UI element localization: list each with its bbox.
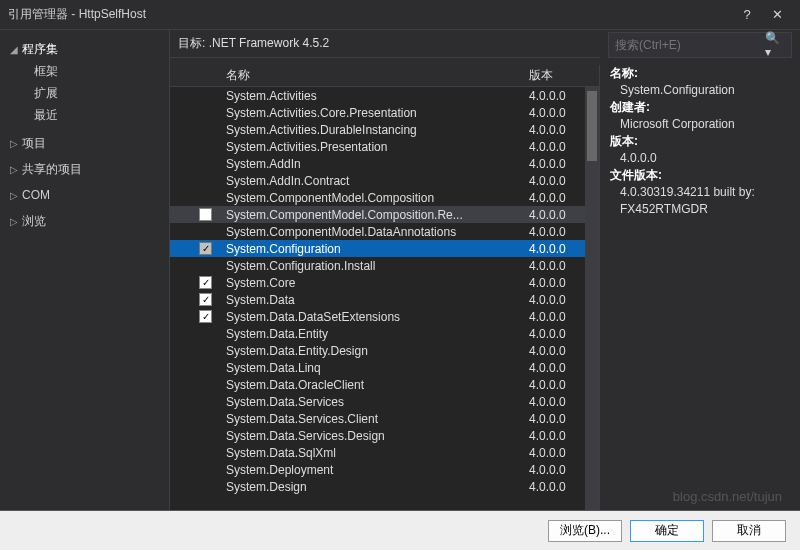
assembly-name: System.Deployment (220, 463, 529, 477)
table-row[interactable]: System.ComponentModel.DataAnnotations4.0… (170, 223, 585, 240)
detail-creator-label: 创建者: (610, 99, 790, 116)
sidebar-item-assemblies[interactable]: ◢ 程序集 (0, 38, 169, 60)
scrollbar-thumb[interactable] (587, 91, 597, 161)
assembly-name: System.Core (220, 276, 529, 290)
sidebar-item-projects[interactable]: ▷项目 (0, 132, 169, 154)
assembly-name: System.Activities.DurableInstancing (220, 123, 529, 137)
sidebar-item-extensions[interactable]: 扩展 (0, 82, 169, 104)
assembly-name: System.AddIn.Contract (220, 174, 529, 188)
table-header: 名称 版本 (170, 65, 599, 87)
browse-button[interactable]: 浏览(B)... (548, 520, 622, 542)
table-row[interactable]: System.Activities.DurableInstancing4.0.0… (170, 121, 585, 138)
table-row[interactable]: System.Design4.0.0.0 (170, 478, 585, 495)
assembly-version: 4.0.0.0 (529, 293, 585, 307)
assembly-version: 4.0.0.0 (529, 106, 585, 120)
assembly-name: System.Data.SqlXml (220, 446, 529, 460)
sidebar-item-com[interactable]: ▷COM (0, 184, 169, 206)
sidebar-item-recent[interactable]: 最近 (0, 104, 169, 126)
sidebar-item-browse[interactable]: ▷浏览 (0, 210, 169, 232)
cancel-button[interactable]: 取消 (712, 520, 786, 542)
sidebar-label: 程序集 (22, 41, 58, 58)
assembly-version: 4.0.0.0 (529, 310, 585, 324)
assembly-list[interactable]: System.Activities4.0.0.0System.Activitie… (170, 87, 599, 510)
search-icon[interactable]: 🔍▾ (765, 31, 785, 59)
target-framework-label: 目标: .NET Framework 4.5.2 (170, 30, 600, 58)
assembly-name: System.ComponentModel.DataAnnotations (220, 225, 529, 239)
table-row[interactable]: System.Data.Services.Design4.0.0.0 (170, 427, 585, 444)
table-row[interactable]: System.Data.SqlXml4.0.0.0 (170, 444, 585, 461)
checkbox-icon[interactable]: ✓ (199, 293, 212, 306)
detail-filever-value: 4.0.30319.34211 built by: (610, 184, 790, 201)
assembly-version: 4.0.0.0 (529, 89, 585, 103)
assembly-name: System.Activities.Core.Presentation (220, 106, 529, 120)
assembly-name: System.Data (220, 293, 529, 307)
assembly-name: System.AddIn (220, 157, 529, 171)
assembly-version: 4.0.0.0 (529, 480, 585, 494)
assembly-name: System.Configuration (220, 242, 529, 256)
table-row[interactable]: System.ComponentModel.Composition.Re...4… (170, 206, 585, 223)
table-row[interactable]: ✓System.Data4.0.0.0 (170, 291, 585, 308)
table-row[interactable]: System.Data.Services4.0.0.0 (170, 393, 585, 410)
table-row[interactable]: System.Deployment4.0.0.0 (170, 461, 585, 478)
caret-right-icon: ▷ (10, 216, 22, 227)
table-row[interactable]: System.ComponentModel.Composition4.0.0.0 (170, 189, 585, 206)
assembly-version: 4.0.0.0 (529, 327, 585, 341)
table-row[interactable]: ✓System.Data.DataSetExtensions4.0.0.0 (170, 308, 585, 325)
ok-button[interactable]: 确定 (630, 520, 704, 542)
assembly-version: 4.0.0.0 (529, 378, 585, 392)
detail-filever-label: 文件版本: (610, 167, 790, 184)
checkbox-icon[interactable] (199, 208, 212, 221)
dialog-footer: 浏览(B)... 确定 取消 (0, 510, 800, 550)
assembly-version: 4.0.0.0 (529, 412, 585, 426)
assembly-version: 4.0.0.0 (529, 361, 585, 375)
table-row[interactable]: System.Data.Entity4.0.0.0 (170, 325, 585, 342)
assembly-name: System.Data.DataSetExtensions (220, 310, 529, 324)
assembly-version: 4.0.0.0 (529, 429, 585, 443)
table-row[interactable]: System.Configuration.Install4.0.0.0 (170, 257, 585, 274)
sidebar-item-framework[interactable]: 框架 (0, 60, 169, 82)
table-row[interactable]: ✓System.Core4.0.0.0 (170, 274, 585, 291)
assembly-version: 4.0.0.0 (529, 225, 585, 239)
caret-right-icon: ▷ (10, 190, 22, 201)
assembly-version: 4.0.0.0 (529, 344, 585, 358)
table-row[interactable]: System.AddIn4.0.0.0 (170, 155, 585, 172)
assembly-version: 4.0.0.0 (529, 276, 585, 290)
caret-right-icon: ▷ (10, 164, 22, 175)
table-row[interactable]: ✓System.Configuration4.0.0.0 (170, 240, 585, 257)
assembly-version: 4.0.0.0 (529, 446, 585, 460)
sidebar-item-shared[interactable]: ▷共享的项目 (0, 158, 169, 180)
search-box[interactable]: 🔍▾ (608, 32, 792, 58)
caret-right-icon: ▷ (10, 138, 22, 149)
checkbox-icon[interactable]: ✓ (199, 242, 212, 255)
col-version[interactable]: 版本 (529, 67, 585, 84)
scrollbar[interactable] (585, 87, 599, 510)
detail-version-value: 4.0.0.0 (610, 150, 790, 167)
assembly-version: 4.0.0.0 (529, 191, 585, 205)
assembly-name: System.ComponentModel.Composition (220, 191, 529, 205)
table-row[interactable]: System.Activities4.0.0.0 (170, 87, 585, 104)
assembly-name: System.Data.Linq (220, 361, 529, 375)
table-row[interactable]: System.Data.OracleClient4.0.0.0 (170, 376, 585, 393)
assembly-name: System.Activities.Presentation (220, 140, 529, 154)
search-input[interactable] (615, 38, 765, 52)
checkbox-icon[interactable]: ✓ (199, 310, 212, 323)
details-panel: 名称: System.Configuration 创建者: Microsoft … (600, 65, 800, 510)
assembly-version: 4.0.0.0 (529, 174, 585, 188)
assembly-version: 4.0.0.0 (529, 395, 585, 409)
titlebar: 引用管理器 - HttpSelfHost ? ✕ (0, 0, 800, 30)
table-row[interactable]: System.Data.Linq4.0.0.0 (170, 359, 585, 376)
checkbox-icon[interactable]: ✓ (199, 276, 212, 289)
table-row[interactable]: System.Data.Services.Client4.0.0.0 (170, 410, 585, 427)
help-button[interactable]: ? (732, 7, 762, 22)
assembly-version: 4.0.0.0 (529, 157, 585, 171)
assembly-name: System.Configuration.Install (220, 259, 529, 273)
col-name[interactable]: 名称 (220, 67, 529, 84)
assembly-version: 4.0.0.0 (529, 463, 585, 477)
table-row[interactable]: System.Activities.Presentation4.0.0.0 (170, 138, 585, 155)
table-row[interactable]: System.Data.Entity.Design4.0.0.0 (170, 342, 585, 359)
assembly-name: System.Design (220, 480, 529, 494)
table-row[interactable]: System.Activities.Core.Presentation4.0.0… (170, 104, 585, 121)
assembly-name: System.ComponentModel.Composition.Re... (220, 208, 529, 222)
table-row[interactable]: System.AddIn.Contract4.0.0.0 (170, 172, 585, 189)
close-button[interactable]: ✕ (762, 7, 792, 22)
